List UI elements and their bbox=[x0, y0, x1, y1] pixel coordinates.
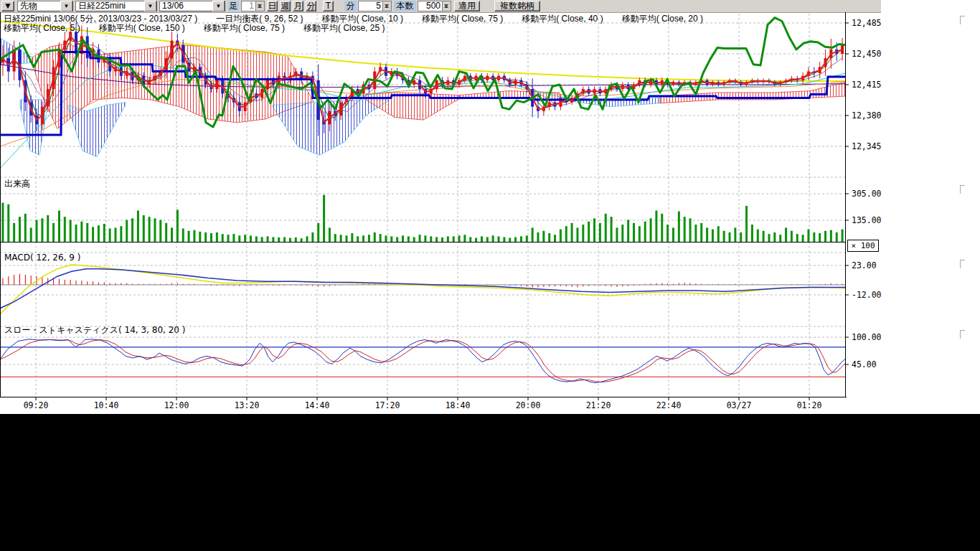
minutes-value: 5 bbox=[359, 1, 382, 11]
legend-row-2: 移動平均( Close, 5 )移動平均( Close, 150 )移動平均( … bbox=[4, 22, 403, 34]
bar-count-value: 500 bbox=[418, 1, 442, 11]
monthly-button[interactable]: 月 bbox=[293, 1, 303, 11]
bar-interval-stepper[interactable]: 1 bbox=[241, 1, 265, 11]
stoch-panel-label: スロー・ストキャスティクス( 14, 3, 80, 20 ) bbox=[4, 324, 185, 336]
time-axis-label: 10:40 bbox=[94, 400, 119, 410]
legend-item: 移動平均( Close, 75 ) bbox=[422, 14, 503, 24]
axis-tick-label: 45.00 bbox=[852, 359, 877, 369]
time-axis-label: 22:40 bbox=[656, 400, 682, 410]
time-axis-label: 12:00 bbox=[164, 400, 189, 410]
minutes-stepper[interactable]: 5 bbox=[358, 1, 392, 11]
symbol-select-value: 日経225mini bbox=[76, 1, 144, 11]
axis-tick-label: 305.00 bbox=[852, 189, 882, 199]
legend-item: 移動平均( Close, 5 ) bbox=[4, 23, 80, 33]
bar-count-label: 本数 bbox=[394, 1, 416, 11]
legend-item: 移動平均( Close, 40 ) bbox=[522, 14, 603, 24]
panel-resize-handle[interactable] bbox=[960, 260, 965, 268]
minute-button[interactable]: 分 bbox=[306, 1, 316, 11]
daily-button[interactable]: 日 bbox=[267, 1, 278, 11]
time-axis-label: 09:20 bbox=[24, 400, 49, 410]
volume-panel-label: 出来高 bbox=[4, 178, 30, 190]
chevron-down-icon[interactable]: ▼ bbox=[60, 1, 72, 11]
time-axis-label: 20:00 bbox=[516, 400, 541, 410]
panel-resize-handle[interactable] bbox=[960, 330, 965, 339]
axis-tick-label: 12,380 bbox=[852, 110, 882, 121]
bar-type-label: 足 bbox=[228, 1, 239, 11]
market-select-value: 先物 bbox=[18, 1, 60, 11]
market-select[interactable]: 先物 ▼ bbox=[17, 1, 73, 11]
time-axis-label: 21:20 bbox=[586, 400, 611, 410]
legend-item: 移動平均( Close, 20 ) bbox=[622, 14, 703, 24]
macd-panel-label: MACD( 12, 26, 9 ) bbox=[4, 253, 80, 263]
axis-tick-label: 23.00 bbox=[852, 260, 877, 270]
axis-tick-label: 12,415 bbox=[852, 80, 882, 90]
hidden-combo-dropdown-button[interactable]: ▼ bbox=[1, 1, 14, 11]
time-axis-label: 17:20 bbox=[375, 400, 400, 410]
chevron-down-icon[interactable]: ▼ bbox=[144, 1, 156, 11]
time-axis-label: 03/27 bbox=[727, 400, 752, 410]
contract-month-select[interactable]: 13/06 ▼ bbox=[159, 1, 225, 11]
chart-application-window: ▼ 先物 ▼ 日経225mini ▼ 13/06 ▼ 足 1 日 週 月 分 T… bbox=[0, 0, 980, 551]
time-axis-label: 13:20 bbox=[235, 400, 260, 410]
apply-button[interactable]: 適用 bbox=[454, 1, 480, 11]
tick-button[interactable]: T bbox=[323, 1, 334, 11]
multi-symbol-button[interactable]: 複数銘柄 bbox=[494, 1, 540, 11]
time-axis-label: 18:40 bbox=[446, 400, 471, 410]
axis-tick-label: 100.00 bbox=[852, 332, 882, 342]
bar-count-stepper[interactable]: 500 bbox=[418, 1, 451, 11]
spinner-arrows-icon[interactable] bbox=[255, 1, 264, 11]
panel-resize-handle[interactable] bbox=[960, 16, 965, 24]
legend-item: 移動平均( Close, 25 ) bbox=[303, 23, 385, 33]
spinner-arrows-icon[interactable] bbox=[382, 1, 391, 11]
weekly-button[interactable]: 週 bbox=[280, 1, 291, 11]
legend-item: 移動平均( Close, 75 ) bbox=[204, 23, 285, 33]
toolbar: ▼ 先物 ▼ 日経225mini ▼ 13/06 ▼ 足 1 日 週 月 分 T… bbox=[0, 0, 881, 13]
axis-tick-label: -12.00 bbox=[852, 290, 882, 300]
axis-tick-label: 12,450 bbox=[852, 49, 882, 59]
symbol-select[interactable]: 日経225mini ▼ bbox=[75, 1, 157, 11]
spinner-arrows-icon[interactable] bbox=[442, 1, 451, 11]
panel-resize-handle[interactable] bbox=[960, 185, 965, 194]
minutes-label: 分 bbox=[344, 1, 357, 11]
axis-tick-label: 12,485 bbox=[852, 18, 882, 28]
time-axis-label: 01:20 bbox=[797, 400, 822, 410]
time-axis-label: 14:40 bbox=[305, 400, 330, 410]
bar-interval-value: 1 bbox=[242, 1, 255, 11]
axis-tick-label: 12,345 bbox=[852, 141, 882, 151]
legend-item: 移動平均( Close, 150 ) bbox=[99, 23, 185, 33]
axis-tick-label: 135.00 bbox=[852, 215, 882, 225]
chart-canvas[interactable]: 12,48512,45012,41512,38012,345305.00135.… bbox=[0, 12, 890, 414]
volume-unit-badge: × 100 bbox=[847, 240, 879, 252]
contract-month-value: 13/06 bbox=[160, 1, 212, 11]
chevron-down-icon[interactable]: ▼ bbox=[212, 1, 225, 11]
